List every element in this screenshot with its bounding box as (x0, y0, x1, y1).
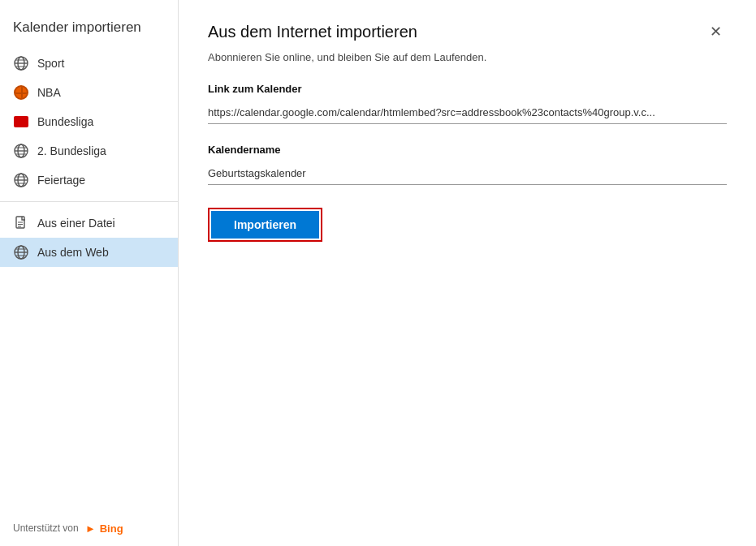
file-icon (13, 215, 29, 231)
sidebar-footer: Unterstützt von ► Bing (0, 510, 178, 546)
sidebar-item-label: Feiertage (37, 174, 85, 187)
sidebar-item-label: Aus dem Web (37, 246, 109, 259)
sidebar-item-label: Bundesliga (37, 115, 93, 128)
globe-icon-2 (13, 143, 29, 159)
footer-prefix: Unterstützt von (13, 522, 79, 534)
sidebar-item-label: NBA (37, 86, 61, 99)
sidebar-item-label: Sport (37, 57, 64, 70)
link-label: Link zum Kalender (208, 83, 727, 95)
calendar-name-label: Kalendername (208, 144, 727, 156)
sidebar-item-datei[interactable]: Aus einer Datei (0, 209, 178, 238)
sidebar-item-bundesliga[interactable]: Bundesliga (0, 107, 178, 136)
sidebar-item-label: 2. Bundesliga (37, 144, 106, 157)
bing-logo-icon: ► (85, 522, 98, 535)
bundesliga-icon (13, 114, 29, 130)
sidebar-item-feiertage[interactable]: Feiertage (0, 166, 178, 195)
globe-icon-3 (13, 172, 29, 188)
dialog-header: Aus dem Internet importieren ✕ (208, 23, 727, 41)
dialog-title: Aus dem Internet importieren (208, 23, 417, 41)
sidebar-title: Kalender importieren (0, 8, 178, 49)
dialog-panel: Aus dem Internet importieren ✕ Abonniere… (179, 0, 756, 546)
sidebar: Kalender importieren Sport NBA Bundeslig… (0, 0, 179, 546)
close-button[interactable]: ✕ (705, 23, 727, 41)
globe-icon-4 (13, 244, 29, 260)
calendar-name-input[interactable] (208, 162, 727, 185)
main-content: Aus dem Internet importieren ✕ Abonniere… (179, 0, 756, 546)
dialog-subtitle: Abonnieren Sie online, und bleiben Sie a… (208, 51, 727, 63)
nba-icon (13, 84, 29, 101)
sidebar-item-sport[interactable]: Sport (0, 49, 178, 78)
sidebar-item-label: Aus einer Datei (37, 217, 115, 230)
sidebar-item-nba[interactable]: NBA (0, 78, 178, 107)
sidebar-item-bundesliga2[interactable]: 2. Bundesliga (0, 136, 178, 166)
bing-brand: Bing (100, 522, 123, 535)
globe-icon (13, 55, 29, 71)
import-button-wrapper: Importieren (208, 208, 322, 242)
link-input[interactable] (208, 101, 727, 124)
sidebar-divider (0, 201, 178, 202)
sidebar-item-web[interactable]: Aus dem Web (0, 238, 178, 267)
svg-text:►: ► (85, 522, 96, 535)
import-button[interactable]: Importieren (211, 211, 319, 239)
